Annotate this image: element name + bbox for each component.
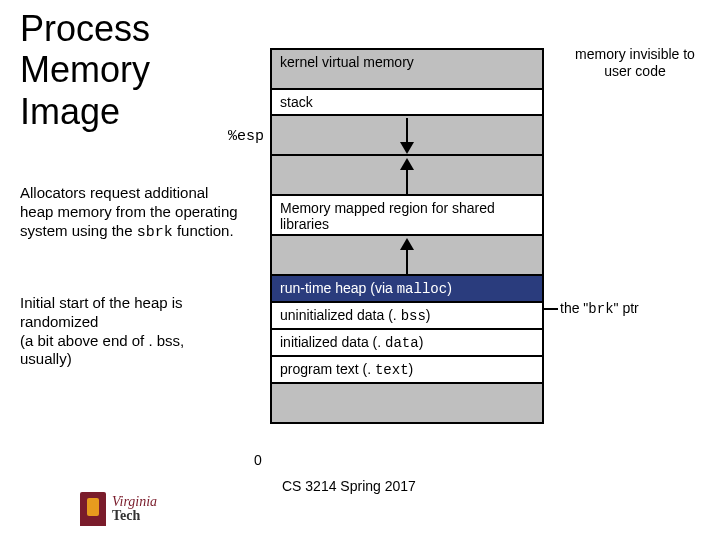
segment-bss: uninitialized data (. bss): [272, 303, 542, 330]
text: Initial start of the heap is randomized: [20, 294, 183, 330]
code-malloc: malloc: [397, 281, 447, 297]
memory-layout-diagram: kernel virtual memory stack Memory mappe…: [270, 48, 544, 424]
text: initialized data (.: [280, 334, 385, 350]
code-data: data: [385, 335, 419, 351]
arrow-up-icon: [272, 156, 542, 196]
svg-marker-5: [400, 238, 414, 250]
logo-virginia: Virginia: [112, 494, 157, 509]
svg-marker-1: [400, 142, 414, 154]
arrow-stack-down: [272, 116, 542, 156]
footer-course: CS 3214 Spring 2017: [282, 478, 416, 494]
code-bss: bss: [401, 308, 426, 324]
paragraph-randomized: Initial start of the heap is randomized …: [20, 294, 240, 369]
text: uninitialized data (.: [280, 307, 401, 323]
title-line: Image: [20, 91, 120, 132]
text: ): [426, 307, 431, 323]
text: program text (.: [280, 361, 375, 377]
zero-address-label: 0: [254, 452, 262, 468]
segment-heap: run-time heap (via malloc): [272, 276, 542, 303]
segment-mmap: Memory mapped region for shared librarie…: [272, 196, 542, 236]
logo-tech: Tech: [112, 508, 140, 523]
segment-label: stack: [280, 94, 313, 110]
arrow-up-icon: [272, 236, 542, 276]
vt-shield-icon: [80, 492, 106, 526]
vt-logo-text: Virginia Tech: [112, 495, 157, 523]
code-sbrk: sbrk: [137, 224, 173, 241]
arrow-mmap-up: [272, 156, 542, 196]
brk-pointer-line: [542, 308, 558, 310]
segment-text: program text (. text): [272, 357, 542, 384]
segment-kernel: kernel virtual memory: [272, 50, 542, 90]
text: ): [409, 361, 414, 377]
note-brk-ptr: the "brk" ptr: [560, 300, 639, 317]
svg-marker-3: [400, 158, 414, 170]
text: function.: [173, 222, 234, 239]
title-line: Memory: [20, 49, 150, 90]
text: " ptr: [614, 300, 639, 316]
text: run-time heap (via: [280, 280, 397, 296]
text: (a bit above end of . bss, usually): [20, 332, 184, 368]
arrow-heap-up: [272, 236, 542, 276]
paragraph-allocators: Allocators request additional heap memor…: [20, 184, 240, 242]
text: ): [447, 280, 452, 296]
slide-title: Process Memory Image: [20, 8, 150, 132]
text: ): [419, 334, 424, 350]
segment-label: Memory mapped region for shared librarie…: [280, 200, 495, 232]
segment-below-text: [272, 384, 542, 424]
segment-data: initialized data (. data): [272, 330, 542, 357]
code-brk: brk: [588, 301, 613, 317]
title-line: Process: [20, 8, 150, 49]
arrow-down-icon: [272, 116, 542, 156]
code-text: text: [375, 362, 409, 378]
text: the ": [560, 300, 588, 316]
segment-stack: stack: [272, 90, 542, 116]
segment-label: kernel virtual memory: [280, 54, 414, 70]
vt-logo: Virginia Tech: [80, 492, 157, 526]
note-memory-invisible: memory invisible to user code: [560, 46, 710, 80]
esp-label: %esp: [228, 128, 264, 145]
